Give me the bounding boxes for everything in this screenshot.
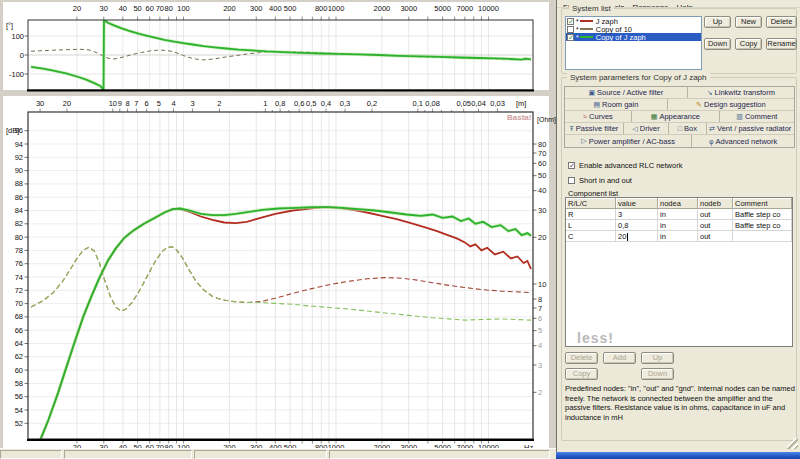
checked-checkbox[interactable]: ✓ <box>567 18 574 25</box>
tab-label: Box <box>684 124 697 133</box>
table-cell[interactable]: 3 <box>616 209 658 220</box>
phase-y-axis-unit: [°] <box>6 21 13 30</box>
tab-label: Room gain <box>602 100 638 109</box>
phase-x-tick-label: 80 <box>165 4 173 13</box>
meter-tick-label: 6 <box>145 99 149 108</box>
checked-checkbox[interactable]: ✓ <box>567 34 574 41</box>
down-button[interactable]: Down <box>704 38 731 50</box>
meter-tick-label: 3 <box>190 99 194 108</box>
table-cell[interactable]: Baffle step co <box>733 209 792 220</box>
unchecked-checkbox[interactable] <box>567 26 574 33</box>
tab-comment[interactable]: ▥Comment <box>720 111 794 122</box>
new-button[interactable]: New <box>735 16 762 28</box>
table-cell[interactable] <box>733 231 792 242</box>
tab-label: Design suggestion <box>704 100 766 109</box>
status-segment <box>64 450 192 459</box>
db-axis-unit: [dB] <box>6 126 19 135</box>
table-header-row: R/L/CvaluenodeanodebComment <box>566 198 792 209</box>
phase-y-tick-label: -100 <box>9 70 24 79</box>
ohm-tick-label: 8 <box>538 295 542 304</box>
tab-power-amplifier-ac-bass[interactable]: ▷Power amplifier / AC-bass <box>565 135 692 147</box>
phase-x-tick-label: 200 <box>223 4 236 13</box>
db-tick-label: 60 <box>15 366 23 375</box>
copy-component-button[interactable]: Copy <box>565 368 598 380</box>
tab-driver[interactable]: ◁Driver <box>624 123 669 134</box>
delete-button[interactable]: Delete <box>766 16 797 28</box>
down-component-button[interactable]: Down <box>641 368 674 380</box>
tab-linkwitz-transform[interactable]: ↘Linkwitz transform <box>688 87 794 98</box>
table-cell[interactable]: in <box>658 209 698 220</box>
column-header-nodea: nodea <box>658 198 698 209</box>
table-cell[interactable]: in <box>658 220 698 231</box>
up-button[interactable]: Up <box>704 16 731 28</box>
table-cell[interactable]: out <box>698 209 733 220</box>
tab-room-gain[interactable]: ▤Room gain <box>565 99 668 110</box>
vent-icon: ⇄ <box>709 125 715 133</box>
checkbox-short-in-and-out[interactable]: Short in and out <box>568 176 632 185</box>
charts-canvas: 1000-100[°]20304050607080100200300400500… <box>3 2 559 450</box>
ohm-tick-label: 7 <box>538 304 542 313</box>
tab-vent-passive-radiator[interactable]: ⇄Vent / passive radiator <box>707 123 794 134</box>
tab-passive-filter[interactable]: ŦPassive filter <box>565 123 624 134</box>
resize-grip[interactable] <box>787 438 798 449</box>
copy-button[interactable]: Copy <box>735 38 762 50</box>
tab-design-suggestion[interactable]: ✎Design suggestion <box>668 99 794 110</box>
tab-row: ▣Source / Active filter↘Linkwitz transfo… <box>565 87 794 99</box>
status-segment <box>329 450 550 459</box>
table-cell[interactable]: out <box>698 231 733 242</box>
add-component-button[interactable]: Add <box>603 352 636 364</box>
table-row: R3inoutBaffle step co <box>566 209 792 220</box>
predefined-nodes-note: Predefined nodes: "in", "out" and "gnd".… <box>565 384 797 422</box>
table-cell[interactable]: 0,8 <box>616 220 658 231</box>
meter-tick-label: 5 <box>157 99 161 108</box>
meter-tick-label: 20 <box>63 99 71 108</box>
tab-row: ≈Curves▦Appearance▥Comment <box>565 111 794 123</box>
table-cell[interactable]: in <box>658 231 698 242</box>
power-amplifier-icon: ▷ <box>581 137 586 145</box>
table-cell[interactable]: Baffle step co <box>733 220 792 231</box>
ohm-tick-label: 50 <box>538 171 546 180</box>
checkbox-enable-advanced-rlc-network[interactable]: ✓Enable advanced RLC network <box>568 161 682 170</box>
system-list-item[interactable]: ✓*Copy of J zaph <box>566 33 701 41</box>
rename-button[interactable]: Rename <box>766 38 797 50</box>
meter-tick-label: 0,2 <box>367 99 377 108</box>
system-parameters-label: System parameters for Copy of J zaph <box>567 73 710 82</box>
control-panel: FileEditToolsResponseHelp System list ✓*… <box>556 0 800 453</box>
phase-x-tick-label: 300 <box>250 4 263 13</box>
status-segment <box>194 450 327 459</box>
db-tick-label: 94 <box>15 140 23 149</box>
db-tick-label: 54 <box>15 406 23 415</box>
db-tick-label: 76 <box>15 259 23 268</box>
unchecked-checkbox[interactable] <box>568 177 575 184</box>
table-cell[interactable]: C <box>566 231 616 242</box>
table-cell[interactable]: L <box>566 220 616 231</box>
ohm-tick-label: 40 <box>538 186 546 195</box>
table-cell[interactable]: R <box>566 209 616 220</box>
phase-x-tick-label: 400 <box>269 4 282 13</box>
curves-icon: ≈ <box>583 113 587 120</box>
db-tick-label: 82 <box>15 219 23 228</box>
system-listbox[interactable]: ✓*J zaph*Copy of 10✓*Copy of J zaph <box>565 16 702 70</box>
table-cell[interactable]: 20 <box>616 231 658 242</box>
table-cell[interactable]: out <box>698 220 733 231</box>
tab-advanced-network[interactable]: φAdvanced network <box>692 135 794 147</box>
up-component-button[interactable]: Up <box>641 352 674 364</box>
db-tick-label: 58 <box>15 379 23 388</box>
tab-source-active-filter[interactable]: ▣Source / Active filter <box>565 87 688 98</box>
system-list-item[interactable]: ✓*J zaph <box>566 17 701 25</box>
tab-box[interactable]: □Box <box>669 123 706 134</box>
checked-checkbox[interactable]: ✓ <box>568 162 575 169</box>
tab-appearance[interactable]: ▦Appearance <box>632 111 720 122</box>
meter-tick-label: 0,8 <box>275 99 285 108</box>
delete-component-button[interactable]: Delete <box>565 352 598 364</box>
meter-tick-label: 0,04 <box>471 99 486 108</box>
tab-curves[interactable]: ≈Curves <box>565 111 632 122</box>
tab-label: Curves <box>589 112 613 121</box>
db-tick-label: 80 <box>15 233 23 242</box>
passive-filter-icon: Ŧ <box>570 125 574 132</box>
db-tick-label: 70 <box>15 299 23 308</box>
column-header-value: value <box>616 198 658 209</box>
box-icon: □ <box>678 125 682 132</box>
meter-tick-label: 0,4 <box>321 99 331 108</box>
phase-x-tick-label: 7000 <box>457 4 474 13</box>
